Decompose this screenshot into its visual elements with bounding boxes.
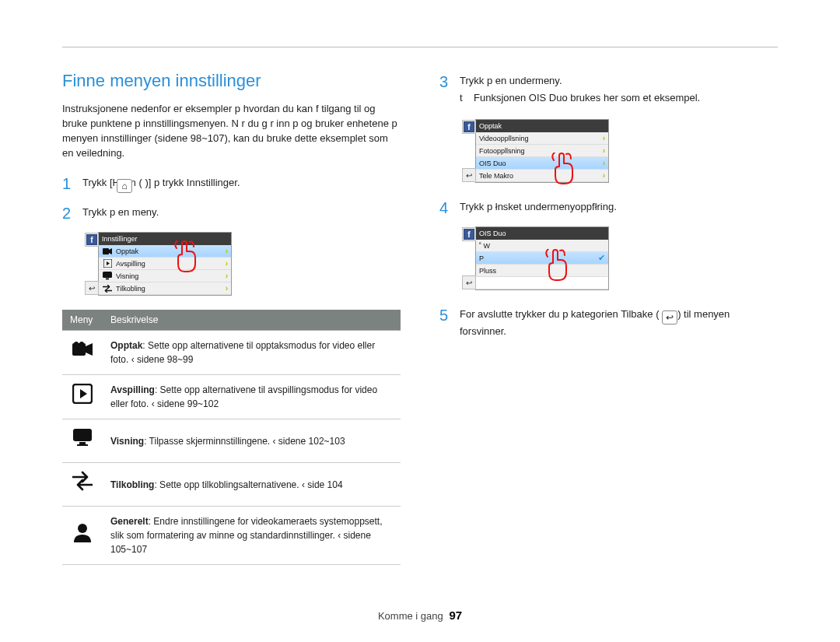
- lcd-row: Videooppllsning ›: [476, 132, 608, 145]
- row-label: Opptak: [110, 340, 142, 351]
- section-title: Finne menyen innstillinger: [62, 71, 401, 91]
- lcd-row: Opptak ›: [99, 245, 231, 258]
- lcd-row: Pluss: [476, 265, 608, 277]
- step-number: 2: [62, 202, 75, 224]
- svg-rect-2: [103, 272, 112, 278]
- lcd-back-tab: ↩: [462, 275, 476, 289]
- facebook-tab-icon: f: [85, 233, 99, 247]
- back-icon: ↩: [662, 310, 677, 325]
- lcd-side-tabs: f: [462, 227, 476, 241]
- connect-icon: [62, 463, 103, 507]
- chevron-right-icon: ›: [603, 146, 605, 155]
- lcd-row-label: Fotooppllsning: [479, 147, 603, 155]
- bullet-text: Funksjonen OIS Duo brukes her som et eks…: [474, 91, 700, 105]
- chevron-right-icon: ›: [226, 259, 228, 268]
- lcd-row-label: P: [479, 254, 598, 262]
- lcd-screenshot-opptak: f ↩ Opptak Videooppllsning › Fotooppllsn…: [475, 119, 609, 183]
- top-rule: [62, 47, 778, 47]
- back-icon: ↩: [462, 168, 476, 182]
- lcd-row-label: Opptak: [116, 247, 226, 255]
- lcd-row-label: Visning: [116, 272, 226, 280]
- home-icon: ⌂: [117, 179, 132, 193]
- svg-rect-9: [79, 442, 86, 444]
- lcd-header: OIS Duo: [476, 227, 608, 240]
- svg-rect-3: [106, 279, 109, 280]
- step-number: 1: [62, 173, 75, 195]
- left-column: Finne menyen innstillinger Instruksjonen…: [62, 71, 401, 565]
- lcd-row: Visning ›: [99, 270, 231, 282]
- table-row: Tilkobling: Sette opp tilkoblingsalterna…: [62, 463, 401, 507]
- lcd-back-tab: ↩: [462, 168, 476, 182]
- row-label: Generelt: [110, 516, 149, 527]
- lcd-side-tabs: f: [85, 233, 99, 247]
- row-text: : Sette opp tilkoblingsalternativene. ‹ …: [154, 479, 342, 490]
- facebook-tab-icon: f: [462, 120, 476, 134]
- row-text: : Sette opp alternativene til opptaksmod…: [110, 340, 375, 365]
- lcd-side-tabs: f: [462, 120, 476, 134]
- table-head-meny: Meny: [62, 310, 103, 331]
- lcd-row: OIS Duo ›: [476, 157, 608, 170]
- svg-point-6: [79, 342, 84, 346]
- lcd-row-label: Pluss: [479, 267, 605, 275]
- lcd-row: Tilkobling ›: [99, 282, 231, 295]
- lcd-row-label: Videooppllsning: [479, 135, 603, 142]
- svg-rect-10: [77, 444, 88, 446]
- step-1-text: Trykk [Hjem ( )] p trykk Innstillinger.: [82, 177, 240, 188]
- chevron-right-icon: ›: [603, 159, 605, 167]
- lcd-row: Tele Makro ›: [476, 170, 608, 182]
- display-icon: [62, 419, 103, 463]
- step-1: 1 Trykk [Hjem ( )] p trykk Innstillinger…: [62, 173, 401, 195]
- footer-page-number: 97: [449, 609, 462, 622]
- step-4: 4 Trykk p łnsket undermenyoppfłring.: [439, 197, 778, 219]
- lcd-row-label: Avspilling: [116, 260, 226, 268]
- lcd-row-label: Tilkobling: [116, 285, 226, 293]
- lcd-row: Fotooppllsning ›: [476, 145, 608, 157]
- display-icon: [102, 272, 113, 280]
- lcd-row: ˚ W: [476, 240, 608, 252]
- step-number: 5: [439, 304, 452, 339]
- lcd-title: Opptak: [479, 122, 502, 130]
- table-desc: Visning: Tilpasse skjerminnstillingene. …: [103, 419, 401, 463]
- chevron-right-icon: ›: [226, 272, 228, 280]
- lcd-back-tab: ↩: [85, 281, 99, 295]
- row-label: Visning: [110, 436, 144, 447]
- table-desc: Generelt: Endre innstillingene for video…: [103, 507, 401, 565]
- page-footer: Komme i gang 97: [0, 609, 840, 622]
- lcd-header: Innstillinger: [99, 233, 231, 245]
- chevron-right-icon: ›: [603, 134, 605, 142]
- table-head-beskrivelse: Beskrivelse: [103, 310, 401, 331]
- chevron-right-icon: ›: [226, 247, 228, 255]
- svg-point-5: [74, 342, 79, 346]
- step-3: 3 Trykk p en undermeny. t Funksjonen OIS…: [439, 71, 778, 111]
- lcd-row-label: Tele Makro: [479, 172, 603, 180]
- table-row: Generelt: Endre innstillingene for video…: [62, 507, 401, 565]
- step-5-text: For avslutte trykker du p kategorien Til…: [460, 304, 778, 339]
- table-desc: Opptak: Sette opp alternativene til oppt…: [103, 331, 401, 375]
- step-text: Trykk [Hjem ( )] p trykk Innstillinger. …: [82, 173, 401, 195]
- lcd-header: Opptak: [476, 120, 608, 132]
- lcd-title: OIS Duo: [479, 230, 506, 237]
- person-icon: [62, 507, 103, 565]
- lcd-row-empty: [476, 277, 608, 289]
- back-icon: ↩: [85, 281, 99, 295]
- row-text: : Endre innstillingene for videokameraet…: [110, 516, 383, 555]
- svg-rect-8: [73, 429, 92, 441]
- lcd-row-label: OIS Duo: [479, 160, 603, 167]
- step-5-text-a: For avslutte trykker du p kategorien Til…: [460, 308, 660, 320]
- play-icon: [102, 259, 113, 268]
- camcorder-icon: [102, 247, 113, 255]
- lcd-screenshot-settings: f ↩ Innstillinger Opptak ›: [98, 232, 232, 296]
- footer-chapter: Komme i gang: [378, 610, 443, 622]
- svg-rect-0: [103, 248, 109, 254]
- row-label: Avspilling: [110, 384, 155, 395]
- lcd-row-label: ˚ W: [479, 242, 605, 250]
- table-desc: Tilkobling: Sette opp tilkoblingsalterna…: [103, 463, 401, 507]
- lcd-title: Innstillinger: [102, 235, 138, 243]
- table-row: Opptak: Sette opp alternativene til oppt…: [62, 331, 401, 375]
- lcd-screenshot-oisduo: f ↩ OIS Duo ˚ W P ✔ Plu: [475, 226, 609, 290]
- row-text: : Tilpasse skjerminnstillingene. ‹ siden…: [144, 436, 345, 447]
- back-icon: ↩: [462, 275, 476, 289]
- step-number: 4: [439, 197, 452, 219]
- chevron-right-icon: ›: [603, 171, 605, 180]
- chevron-right-icon: ›: [226, 284, 228, 293]
